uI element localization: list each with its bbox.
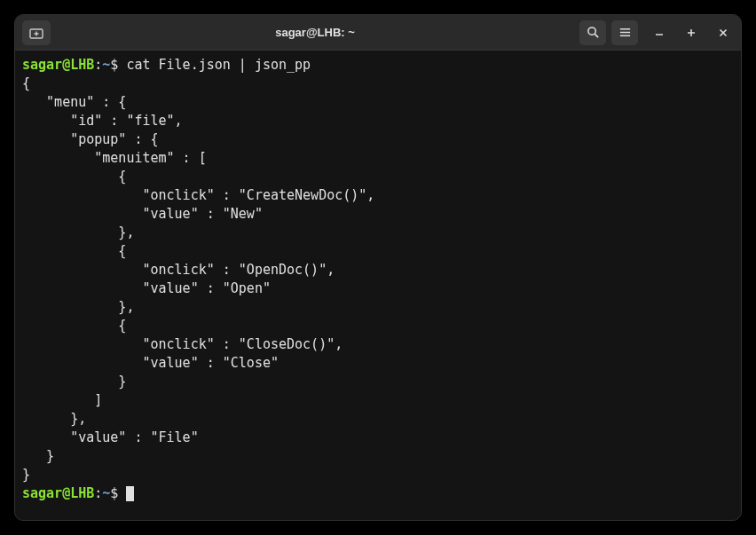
maximize-icon xyxy=(687,28,696,37)
command-text: cat File.json | json_pp xyxy=(126,57,311,73)
prompt-path-2: ~ xyxy=(102,485,110,501)
title-bar-right xyxy=(579,20,734,45)
prompt-path: ~ xyxy=(102,57,110,73)
prompt-dollar: $ xyxy=(110,57,126,73)
search-button[interactable] xyxy=(579,20,606,45)
svg-line-4 xyxy=(595,34,598,37)
new-tab-button[interactable] xyxy=(22,20,51,45)
cursor xyxy=(126,486,134,501)
prompt-colon-2: : xyxy=(94,485,102,501)
terminal-window: sagar@LHB: ~ xyxy=(14,14,742,521)
hamburger-icon xyxy=(618,26,632,39)
close-button[interactable] xyxy=(713,22,734,43)
terminal-body[interactable]: sagar@LHB:~$ cat File.json | json_pp { "… xyxy=(15,51,741,520)
minimize-button[interactable] xyxy=(649,22,670,43)
command-output: { "menu" : { "id" : "file", "popup" : { … xyxy=(22,75,374,483)
close-icon xyxy=(719,28,728,37)
menu-button[interactable] xyxy=(611,20,638,45)
minimize-icon xyxy=(655,28,664,37)
maximize-button[interactable] xyxy=(681,22,702,43)
search-icon xyxy=(587,26,600,39)
prompt-user-host-2: sagar@LHB xyxy=(22,485,94,501)
new-tab-icon xyxy=(29,27,43,39)
prompt-user-host: sagar@LHB xyxy=(22,57,94,73)
title-bar: sagar@LHB: ~ xyxy=(15,15,741,51)
prompt-dollar-2: $ xyxy=(110,485,126,501)
svg-point-3 xyxy=(587,28,595,35)
title-bar-left xyxy=(22,20,51,45)
prompt-colon: : xyxy=(94,57,102,73)
window-title: sagar@LHB: ~ xyxy=(51,26,579,39)
